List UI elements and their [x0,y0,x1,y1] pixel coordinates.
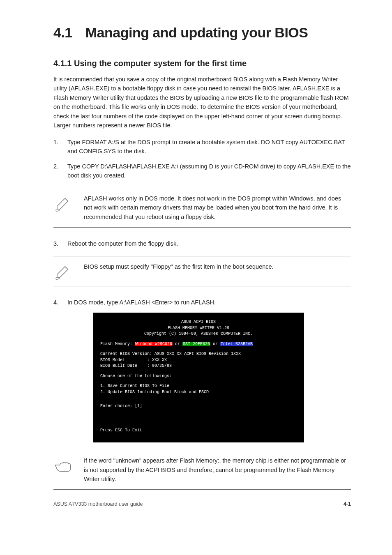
intro-paragraph: It is recommended that you save a copy o… [53,75,351,130]
terminal-line: Enter choice: [1] [100,403,297,410]
heading-number: 4.1 [53,25,72,41]
terminal-line: 1. Save Current BIOS To File [100,383,297,389]
heading-title: Managing and updating your BIOS [85,25,308,41]
step-text: In DOS mode, type A:\AFLASH <Enter> to r… [67,298,216,307]
footer-right: 4-1 [344,501,351,507]
note-block-1: AFLASH works only in DOS mode. It does n… [53,188,351,228]
svg-line-1 [65,266,68,269]
hand-icon [53,456,72,473]
terminal-line: FLASH MEMORY WRITER V1.29 [100,325,297,332]
step-4: 4. In DOS mode, type A:\AFLASH <Enter> t… [53,298,351,307]
step-number: 4. [53,298,61,307]
note-block-3: If the word "unknown" appears after Flas… [53,450,351,490]
step-text: Type FORMAT A:/S at the DOS prompt to cr… [67,138,351,156]
step-number: 2. [53,162,61,180]
pencil-icon [53,262,72,280]
step-number: 1. [53,138,61,156]
step-1: 1. Type FORMAT A:/S at the DOS prompt to… [53,138,351,156]
svg-line-0 [65,198,68,201]
note-text: BIOS setup must specify "Floppy" as the … [84,262,351,271]
note-block-2: BIOS setup must specify "Floppy" as the … [53,256,351,286]
terminal-content: ASUS ACPI BIOS FLASH MEMORY WRITER V1.29… [93,313,304,442]
note-text: AFLASH works only in DOS mode. It does n… [84,194,351,221]
terminal-line: 2. Update BIOS Including Boot Block and … [100,389,297,396]
step-2: 2. Type COPY D:\AFLASH\AFLASH.EXE A:\ (a… [53,162,351,180]
step-3: 3. Reboot the computer from the floppy d… [53,239,351,248]
step-text: Reboot the computer from the floppy disk… [67,239,178,248]
step-number: 3. [53,239,61,248]
subsection-heading: 4.1.1 Using the computer system for the … [53,59,351,68]
terminal-line: BIOS Built Date : 09/25/98 [100,363,297,369]
terminal-line: BIOS Model : XXX-XX [100,357,297,364]
note-text: If the word "unknown" appears after Flas… [84,456,351,484]
terminal-line: Flash Memory: Winbond W29C020 or SST 29E… [100,341,297,348]
footer-left: ASUS A7V333 motherboard user guide [53,501,143,507]
terminal-screenshot: ASUS ACPI BIOS FLASH MEMORY WRITER V1.29… [93,313,351,442]
terminal-line: Current BIOS Version: ASUS XXX-XX ACPI B… [100,351,297,357]
step-text: Type COPY D:\AFLASH\AFLASH.EXE A:\ (assu… [67,162,351,180]
pencil-icon [53,194,72,212]
section-heading: 4.1 Managing and updating your BIOS [53,25,351,41]
page-footer: ASUS A7V333 motherboard user guide 4-1 [53,501,351,507]
terminal-line: Choose one of the followings: [100,373,297,380]
terminal-line: ASUS ACPI BIOS [100,319,297,325]
terminal-line: Press ESC To Exit [100,428,297,434]
terminal-line: Copyright (C) 1994-99, ASUSTeK COMPUTER … [100,331,297,337]
